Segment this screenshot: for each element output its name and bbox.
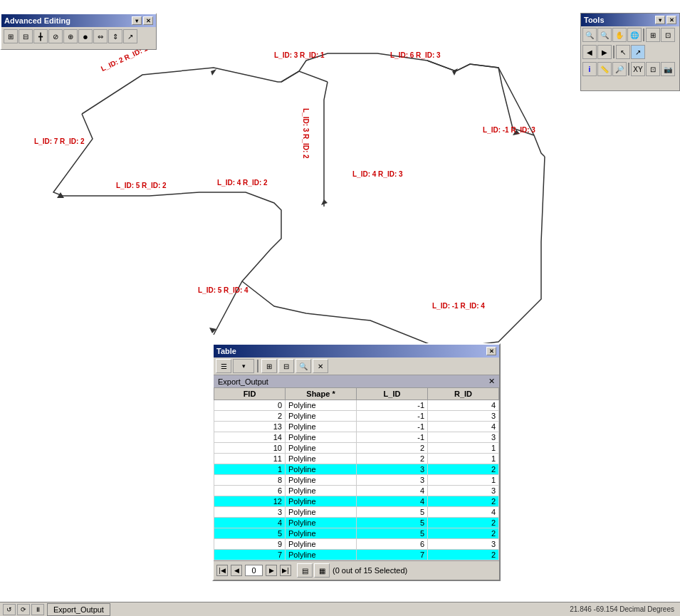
table-row[interactable]: 12Polyline42 xyxy=(214,496,499,507)
svg-marker-3 xyxy=(57,192,64,198)
tools-titlebar: Tools ▾ ✕ xyxy=(581,14,679,26)
tools-zoom-box[interactable]: ⊞ xyxy=(646,28,660,42)
table-row[interactable]: 6Polyline43 xyxy=(214,486,499,496)
tool-icon-6[interactable]: ● xyxy=(78,29,93,43)
tools-close[interactable]: ✕ xyxy=(666,16,676,24)
table-deselect[interactable]: ⊟ xyxy=(278,359,294,373)
cell-rid: 4 xyxy=(428,422,499,432)
record-number[interactable]: 0 xyxy=(245,565,263,576)
layer-close-icon[interactable]: ✕ xyxy=(488,377,495,386)
table-row[interactable]: 0Polyline-14 xyxy=(214,400,499,411)
tools-zoom-in[interactable]: 🔍 xyxy=(582,28,597,42)
col-rid[interactable]: R_ID xyxy=(428,388,499,400)
tool-icon-4[interactable]: ⊘ xyxy=(48,29,63,43)
tools-back[interactable]: ◀ xyxy=(582,45,597,59)
status-icon-3[interactable]: ⏸ xyxy=(31,604,44,615)
table-row[interactable]: 9Polyline63 xyxy=(214,539,499,550)
map-label-4: L_ID: 3 R_ID: 2 xyxy=(302,108,310,159)
tools-panel: Tools ▾ ✕ 🔍 🔍 ✋ 🌐 ⊞ ⊡ ◀ ▶ ↖ ↗ i 📏 🔎 XY ⊡… xyxy=(580,13,680,91)
tools-coord[interactable]: XY xyxy=(631,62,645,76)
tools-info[interactable]: i xyxy=(582,62,597,76)
cell-fid: 8 xyxy=(214,475,286,486)
cell-rid: 3 xyxy=(428,411,499,422)
table-row[interactable]: 7Polyline72 xyxy=(214,550,499,560)
table-footer: |◀ ◀ 0 ▶ ▶| ▤ ▦ (0 out of 15 Selected) xyxy=(214,560,499,580)
cell-shape: Polyline xyxy=(286,475,357,486)
nav-last[interactable]: ▶| xyxy=(280,565,291,576)
cell-lid: 4 xyxy=(357,486,428,496)
table-close[interactable]: ✕ xyxy=(486,347,496,355)
table-dropdown-btn[interactable]: ▾ xyxy=(233,359,254,373)
table-titlebar: Table ✕ xyxy=(214,345,499,357)
table-delete[interactable]: ✕ xyxy=(313,359,328,373)
table-select-all[interactable]: ⊞ xyxy=(261,359,277,373)
tools-sep-1 xyxy=(643,28,644,41)
tool-icon-8[interactable]: ⇕ xyxy=(108,29,122,43)
nav-first[interactable]: |◀ xyxy=(216,565,228,576)
nav-next[interactable]: ▶ xyxy=(266,565,277,576)
table-name-tab[interactable]: Export_Output xyxy=(47,603,110,616)
view-table-btn[interactable]: ▤ xyxy=(297,563,313,578)
tools-minimize[interactable]: ▾ xyxy=(655,16,665,24)
map-label-6: L_ID: -1 R_ID: 3 xyxy=(483,126,535,134)
map-label-8: L_ID: 4 R_ID: 2 xyxy=(217,179,268,187)
table-row[interactable]: 8Polyline31 xyxy=(214,475,499,486)
map-label-3: L_ID: 6 R_ID: 3 xyxy=(390,51,441,59)
table-zoom-selected[interactable]: 🔍 xyxy=(295,359,311,373)
table-window: Table ✕ ☰ ▾ ⊞ ⊟ 🔍 ✕ Export_Output ✕ FID … xyxy=(212,343,501,581)
cell-fid: 10 xyxy=(214,443,286,454)
table-row[interactable]: 4Polyline52 xyxy=(214,518,499,528)
tools-zoom-full[interactable]: ⊡ xyxy=(661,28,675,42)
tool-icon-7[interactable]: ⇔ xyxy=(93,29,108,43)
cell-lid: 2 xyxy=(357,454,428,464)
view-buttons: ▤ ▦ xyxy=(297,563,330,578)
tools-measure[interactable]: 📏 xyxy=(597,62,612,76)
tools-forward[interactable]: ▶ xyxy=(597,45,612,59)
advanced-editing-minimize[interactable]: ▾ xyxy=(132,16,142,25)
nav-prev[interactable]: ◀ xyxy=(231,565,242,576)
tools-find[interactable]: 🔎 xyxy=(612,62,627,76)
tool-icon-3[interactable]: ╋ xyxy=(33,29,48,43)
table-row[interactable]: 13Polyline-14 xyxy=(214,422,499,432)
tool-icon-9[interactable]: ↗ xyxy=(123,29,137,43)
col-lid[interactable]: L_ID xyxy=(357,388,428,400)
table-row[interactable]: 2Polyline-13 xyxy=(214,411,499,422)
table-toolbar: ☰ ▾ ⊞ ⊟ 🔍 ✕ xyxy=(214,357,499,375)
status-bar: ↺ ⟳ ⏸ Export_Output 21.846 -69.154 Decim… xyxy=(0,602,680,616)
col-fid[interactable]: FID xyxy=(214,388,286,400)
table-options-btn[interactable]: ☰ xyxy=(216,359,231,373)
table-row[interactable]: 10Polyline21 xyxy=(214,443,499,454)
status-icon-2[interactable]: ⟳ xyxy=(17,604,30,615)
tool-icon-2[interactable]: ⊟ xyxy=(19,29,33,43)
tools-globe[interactable]: 🌐 xyxy=(627,28,642,42)
table-row[interactable]: 1Polyline32 xyxy=(214,464,499,475)
cell-lid: 2 xyxy=(357,443,428,454)
cell-shape: Polyline xyxy=(286,518,357,528)
cell-fid: 1 xyxy=(214,464,286,475)
status-icon-1[interactable]: ↺ xyxy=(3,604,16,615)
table-row[interactable]: 14Polyline-13 xyxy=(214,432,499,443)
tool-icon-1[interactable]: ⊞ xyxy=(4,29,18,43)
table-row[interactable]: 3Polyline54 xyxy=(214,507,499,518)
map-label-9: L_ID: 4 R_ID: 3 xyxy=(352,170,403,178)
tools-zoom-out[interactable]: 🔍 xyxy=(597,28,612,42)
cell-rid: 2 xyxy=(428,518,499,528)
cell-rid: 3 xyxy=(428,539,499,550)
cell-fid: 13 xyxy=(214,422,286,432)
cell-lid: 7 xyxy=(357,550,428,560)
cell-shape: Polyline xyxy=(286,411,357,422)
view-form-btn[interactable]: ▦ xyxy=(314,563,330,578)
tools-cursor[interactable]: ↗ xyxy=(631,45,645,59)
cell-shape: Polyline xyxy=(286,539,357,550)
tool-icon-5[interactable]: ⊕ xyxy=(63,29,78,43)
cell-lid: 5 xyxy=(357,518,428,528)
col-shape[interactable]: Shape * xyxy=(286,388,357,400)
tools-pan[interactable]: ✋ xyxy=(612,28,627,42)
tools-extra2[interactable]: 📷 xyxy=(661,62,675,76)
tools-select[interactable]: ↖ xyxy=(616,45,630,59)
tools-extra1[interactable]: ⊡ xyxy=(646,62,660,76)
advanced-editing-icons: ⊞ ⊟ ╋ ⊘ ⊕ ● ⇔ ⇕ ↗ xyxy=(1,27,156,46)
table-row[interactable]: 11Polyline21 xyxy=(214,454,499,464)
table-row[interactable]: 5Polyline52 xyxy=(214,528,499,539)
advanced-editing-close[interactable]: ✕ xyxy=(143,16,153,25)
